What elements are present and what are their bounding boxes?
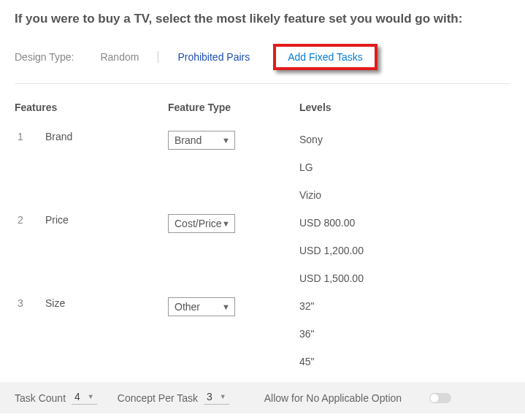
level-value: USD 1,200.00 [299,245,510,256]
level-value: Vizio [299,189,510,201]
level-value: 45" [299,356,510,367]
prohibited-pairs-link[interactable]: Prohibited Pairs [177,51,250,63]
feature-index: 1 [15,131,45,142]
concept-per-task-value: 3 [207,391,212,402]
level-value: Sony [299,134,510,145]
level-value: LG [299,161,510,173]
design-type-value: Random [100,51,139,63]
header-feature-type: Feature Type [168,102,299,118]
levels-list: USD 800.00 USD 1,200.00 USD 1,500.00 [299,214,510,284]
feature-index: 2 [15,214,45,226]
chevron-down-icon: ▼ [222,302,230,311]
feature-type-select[interactable]: Other ▼ [168,297,235,316]
feature-index: 3 [15,297,45,309]
concept-per-task-dropdown[interactable]: 3 ▼ [204,391,229,405]
header-levels: Levels [299,102,510,118]
level-value: 32" [299,300,510,312]
chevron-down-icon: ▼ [222,136,230,145]
feature-name: Price [45,214,168,226]
select-value: Brand [175,134,202,146]
concept-per-task-label: Concept Per Task [118,392,198,404]
levels-list: 32" 36" 45" [299,297,510,367]
feature-type-select[interactable]: Brand ▼ [168,131,235,150]
feature-type-select[interactable]: Cost/Price ▼ [168,214,235,233]
task-count-dropdown[interactable]: 4 ▼ [72,391,97,405]
question-prompt: If you were to buy a TV, select the most… [15,12,510,26]
task-count-value: 4 [74,391,80,402]
header-features: Features [15,102,168,118]
allow-na-label: Allow for No Applicable Option [264,392,402,404]
design-type-label: Design Type: [15,51,74,63]
select-value: Other [175,301,200,313]
allow-na-toggle[interactable] [429,393,451,403]
footer-bar: Task Count 4 ▼ Concept Per Task 3 ▼ Allo… [0,382,525,413]
level-value: USD 800.00 [299,217,510,229]
chevron-down-icon: ▼ [220,393,226,400]
separator-icon [158,51,158,63]
select-value: Cost/Price [175,218,222,229]
chevron-down-icon: ▼ [222,219,230,228]
task-count-label: Task Count [15,392,66,404]
level-value: 36" [299,328,510,340]
chevron-down-icon: ▼ [88,393,94,400]
feature-name: Brand [45,131,168,142]
feature-name: Size [45,297,168,309]
features-grid: Features Feature Type Levels 1 Brand Bra… [15,102,510,367]
level-value: USD 1,500.00 [299,272,510,284]
add-fixed-tasks-link[interactable]: Add Fixed Tasks [283,50,367,64]
levels-list: Sony LG Vizio [299,131,510,201]
design-toolbar: Design Type: Random Prohibited Pairs Add… [15,44,510,84]
add-fixed-tasks-highlight: Add Fixed Tasks [273,44,377,70]
